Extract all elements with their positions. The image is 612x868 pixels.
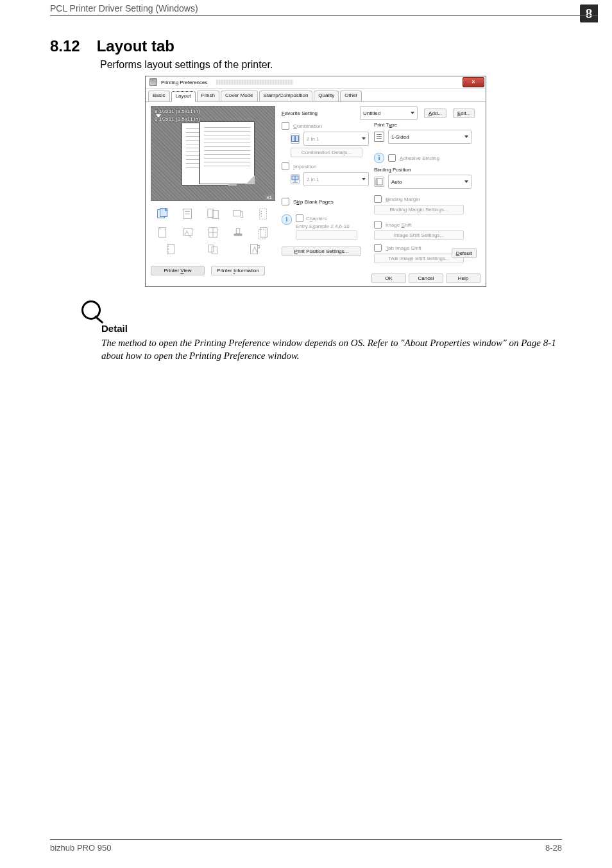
magnifier-icon — [81, 300, 101, 320]
imposition-select[interactable]: 2 in 1 — [303, 172, 369, 186]
favorite-select[interactable]: Untitled — [360, 106, 418, 120]
binding-position-label: Binding Position — [374, 167, 411, 173]
binding-margin-checkbox[interactable] — [374, 195, 382, 203]
tray-icon[interactable] — [226, 205, 250, 222]
running-head: PCL Printer Driver Setting (Windows) — [50, 3, 198, 13]
help-button[interactable]: Help — [446, 273, 480, 283]
close-button[interactable]: × — [463, 77, 484, 87]
section-lead: Performs layout settings of the printer. — [100, 59, 273, 71]
imposition-checkbox[interactable] — [282, 162, 289, 170]
tab-other[interactable]: Other — [340, 91, 362, 101]
orientation-icon[interactable] — [176, 205, 200, 222]
printer-view-button[interactable]: Printer View — [151, 266, 205, 275]
combination-details-row: Combination Details... — [291, 148, 369, 157]
preview-dim-bottom: 8 1/2x11 (8.5x11 in) — [155, 116, 200, 122]
footer-right: 8-28 — [545, 843, 562, 853]
copies-icon[interactable] — [151, 205, 174, 222]
binding-position-select[interactable]: Auto — [388, 175, 472, 189]
image-shift-button[interactable]: Image Shift Settings... — [374, 230, 464, 240]
scale-icon[interactable] — [251, 223, 275, 241]
two-up-icon — [291, 134, 300, 144]
binder-icon[interactable] — [164, 242, 178, 256]
tab-image-shift-button[interactable]: TAB Image Shift Settings... — [374, 254, 464, 263]
combination-label: Combination — [293, 123, 322, 129]
print-type-label: Print Type — [374, 122, 397, 128]
default-row: Default — [452, 250, 477, 256]
tab-layout[interactable]: Layout — [171, 91, 196, 102]
svg-point-8 — [261, 211, 262, 212]
tab-icon[interactable] — [248, 242, 262, 256]
tab-image-shift-label: Tab Image Shift — [386, 245, 421, 251]
svg-point-9 — [261, 213, 262, 214]
image-shift-checkbox[interactable] — [374, 221, 382, 229]
preview-multiplier: x1 — [265, 195, 274, 200]
tab-cover-mode[interactable]: Cover Mode — [221, 91, 258, 101]
tab-basic[interactable]: Basic — [148, 91, 170, 101]
svg-rect-7 — [260, 208, 267, 219]
print-type-select-row: 1-Sided — [374, 130, 482, 144]
binding-margin-button[interactable]: Binding Margin Settings... — [374, 205, 464, 214]
shift-icon[interactable] — [206, 242, 220, 256]
staple-icon[interactable] — [251, 205, 275, 222]
combination-select[interactable]: 2 in 1 — [303, 132, 369, 146]
info-icon: i — [374, 153, 384, 163]
skip-blank-label: Skip Blank Pages — [293, 199, 334, 205]
edit-button[interactable]: Edit... — [453, 108, 475, 118]
adhesive-checkbox[interactable] — [388, 154, 396, 162]
tab-quality[interactable]: Quality — [314, 91, 339, 101]
preview-page-2 — [200, 121, 255, 184]
tab-finish[interactable]: Finish — [197, 91, 219, 101]
info-icon: i — [282, 214, 292, 225]
middle-column: Combination 2 in 1 Combination Details..… — [282, 120, 369, 258]
dialog-titlebar: Printing Preferences × — [146, 76, 486, 89]
chevron-down-icon — [411, 112, 414, 114]
cancel-button[interactable]: Cancel — [409, 273, 443, 283]
detail-body: The method to open the Printing Preferen… — [101, 336, 563, 363]
tab-image-shift-checkbox[interactable] — [374, 244, 382, 252]
binding-position-value: Auto — [391, 179, 402, 185]
stamp-icon[interactable] — [226, 223, 250, 241]
printer-information-button[interactable]: Printer Information — [211, 266, 265, 275]
chapters-hint: Entry Example 2,4,6-10 — [296, 223, 357, 229]
registration-icon[interactable]: A — [176, 223, 200, 241]
combination-checkbox[interactable] — [282, 122, 289, 130]
header-rule — [50, 15, 598, 16]
favorite-value: Untitled — [363, 110, 380, 116]
skip-blank-checkbox[interactable] — [282, 198, 289, 205]
svg-rect-18 — [236, 228, 240, 233]
grid-icon[interactable] — [201, 223, 225, 241]
binding-pos-label-row: Binding Position — [374, 167, 482, 173]
combination-value: 2 in 1 — [307, 136, 319, 142]
chapters-checkbox[interactable] — [296, 214, 303, 222]
imposition-label: Imposition — [293, 164, 316, 169]
right-column: Print Type 1-Sided i Adhesive Binding Bi… — [374, 120, 482, 265]
chapters-input[interactable] — [296, 230, 357, 240]
print-type-select[interactable]: 1-Sided — [388, 130, 472, 144]
svg-rect-25 — [208, 245, 214, 252]
ok-button[interactable]: OK — [371, 273, 406, 283]
footer-rule — [50, 839, 562, 840]
section-number: 8.12 — [50, 37, 92, 55]
chevron-down-icon — [464, 135, 468, 138]
skip-blank-row: Skip Blank Pages — [282, 198, 369, 205]
preview-iconbar: A — [151, 205, 275, 241]
chevron-down-icon — [362, 137, 366, 140]
tab-stamp[interactable]: Stamp/Composition — [259, 91, 313, 101]
print-position-button[interactable]: Print Position Settings... — [282, 247, 361, 256]
favorite-label: Favorite Setting — [282, 110, 318, 116]
footer-left: bizhub PRO 950 — [50, 843, 111, 853]
svg-point-22 — [168, 246, 169, 247]
section-heading: 8.12 Layout tab — [50, 37, 174, 55]
svg-rect-26 — [212, 247, 217, 254]
default-button[interactable]: Default — [452, 248, 477, 258]
section-title: Layout tab — [97, 37, 174, 55]
svg-rect-27 — [250, 245, 257, 254]
add-button[interactable]: Add... — [424, 108, 446, 118]
booklet-icon — [291, 174, 300, 184]
svg-rect-29 — [292, 136, 295, 142]
duplex-icon[interactable] — [201, 205, 225, 222]
combination-details-button[interactable]: Combination Details... — [291, 148, 362, 157]
paper-icon[interactable] — [151, 223, 174, 241]
binding-margin-row: Binding Margin — [374, 195, 482, 203]
combination-row: Combination — [282, 122, 369, 130]
